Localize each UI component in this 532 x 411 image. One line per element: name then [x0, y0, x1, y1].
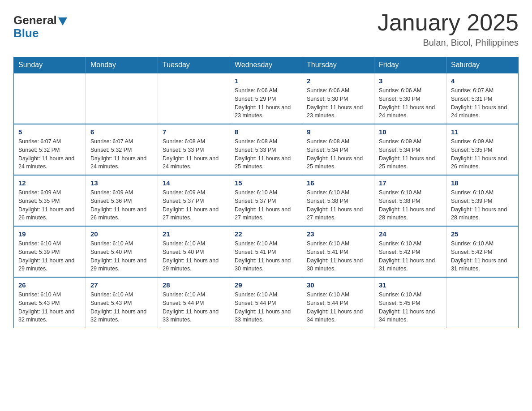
- calendar-day-cell: 7Sunrise: 6:08 AM Sunset: 5:33 PM Daylig…: [158, 124, 230, 175]
- calendar-week-row: 12Sunrise: 6:09 AM Sunset: 5:35 PM Dayli…: [14, 175, 519, 226]
- day-number: 25: [451, 230, 514, 238]
- calendar-day-cell: 21Sunrise: 6:10 AM Sunset: 5:40 PM Dayli…: [158, 226, 230, 277]
- day-number: 10: [379, 128, 442, 136]
- day-number: 1: [235, 77, 297, 85]
- day-info: Sunrise: 6:10 AM Sunset: 5:43 PM Dayligh…: [90, 291, 153, 324]
- day-number: 15: [235, 179, 297, 187]
- logo-triangle-icon: [58, 17, 67, 26]
- calendar-day-cell: 12Sunrise: 6:09 AM Sunset: 5:35 PM Dayli…: [14, 175, 86, 226]
- day-number: 3: [379, 77, 442, 85]
- calendar-day-cell: 17Sunrise: 6:10 AM Sunset: 5:38 PM Dayli…: [374, 175, 446, 226]
- day-info: Sunrise: 6:06 AM Sunset: 5:29 PM Dayligh…: [235, 86, 297, 120]
- calendar-day-cell: 14Sunrise: 6:09 AM Sunset: 5:37 PM Dayli…: [158, 175, 230, 226]
- day-number: 30: [307, 281, 369, 289]
- day-number: 7: [163, 128, 225, 136]
- day-number: 28: [163, 281, 225, 289]
- day-info: Sunrise: 6:07 AM Sunset: 5:31 PM Dayligh…: [451, 86, 514, 120]
- day-number: 27: [90, 281, 153, 289]
- day-info: Sunrise: 6:09 AM Sunset: 5:35 PM Dayligh…: [18, 188, 81, 222]
- calendar-week-row: 5Sunrise: 6:07 AM Sunset: 5:32 PM Daylig…: [14, 124, 519, 175]
- calendar-day-cell: 30Sunrise: 6:10 AM Sunset: 5:44 PM Dayli…: [302, 277, 374, 328]
- header-thursday: Thursday: [302, 57, 374, 73]
- calendar-day-cell: 3Sunrise: 6:06 AM Sunset: 5:30 PM Daylig…: [374, 73, 446, 124]
- day-info: Sunrise: 6:10 AM Sunset: 5:42 PM Dayligh…: [451, 240, 514, 273]
- title-area: January 2025 Bulan, Bicol, Philippines: [378, 9, 519, 48]
- calendar-day-cell: 16Sunrise: 6:10 AM Sunset: 5:38 PM Dayli…: [302, 175, 374, 226]
- day-info: Sunrise: 6:07 AM Sunset: 5:32 PM Dayligh…: [90, 137, 153, 171]
- calendar-day-cell: 11Sunrise: 6:09 AM Sunset: 5:35 PM Dayli…: [446, 124, 519, 175]
- day-info: Sunrise: 6:09 AM Sunset: 5:37 PM Dayligh…: [163, 188, 225, 222]
- logo: General Blue: [13, 13, 67, 40]
- calendar-day-cell: 8Sunrise: 6:08 AM Sunset: 5:33 PM Daylig…: [230, 124, 302, 175]
- calendar-day-cell: 27Sunrise: 6:10 AM Sunset: 5:43 PM Dayli…: [86, 277, 158, 328]
- calendar-day-cell: 6Sunrise: 6:07 AM Sunset: 5:32 PM Daylig…: [86, 124, 158, 175]
- header-friday: Friday: [374, 57, 446, 73]
- calendar-day-cell: 22Sunrise: 6:10 AM Sunset: 5:41 PM Dayli…: [230, 226, 302, 277]
- day-number: 24: [379, 230, 442, 238]
- calendar-day-cell: 1Sunrise: 6:06 AM Sunset: 5:29 PM Daylig…: [230, 73, 302, 124]
- day-number: 21: [163, 230, 225, 238]
- calendar-day-cell: 13Sunrise: 6:09 AM Sunset: 5:36 PM Dayli…: [86, 175, 158, 226]
- calendar-day-cell: 9Sunrise: 6:08 AM Sunset: 5:34 PM Daylig…: [302, 124, 374, 175]
- day-number: 8: [235, 128, 297, 136]
- day-number: 2: [307, 77, 369, 85]
- day-info: Sunrise: 6:07 AM Sunset: 5:32 PM Dayligh…: [18, 137, 81, 171]
- day-number: 19: [18, 230, 81, 238]
- day-info: Sunrise: 6:06 AM Sunset: 5:30 PM Dayligh…: [379, 86, 442, 120]
- calendar-day-cell: 25Sunrise: 6:10 AM Sunset: 5:42 PM Dayli…: [446, 226, 519, 277]
- calendar-day-cell: 15Sunrise: 6:10 AM Sunset: 5:37 PM Dayli…: [230, 175, 302, 226]
- day-info: Sunrise: 6:06 AM Sunset: 5:30 PM Dayligh…: [307, 86, 369, 120]
- day-info: Sunrise: 6:10 AM Sunset: 5:44 PM Dayligh…: [307, 291, 369, 324]
- calendar-day-cell: 5Sunrise: 6:07 AM Sunset: 5:32 PM Daylig…: [14, 124, 86, 175]
- day-info: Sunrise: 6:10 AM Sunset: 5:39 PM Dayligh…: [18, 240, 81, 273]
- day-number: 31: [379, 281, 442, 289]
- day-info: Sunrise: 6:10 AM Sunset: 5:37 PM Dayligh…: [235, 188, 297, 222]
- calendar-table: Sunday Monday Tuesday Wednesday Thursday…: [13, 57, 519, 328]
- day-info: Sunrise: 6:10 AM Sunset: 5:38 PM Dayligh…: [307, 188, 369, 222]
- calendar-subtitle: Bulan, Bicol, Philippines: [378, 38, 519, 48]
- logo-general-text: General: [13, 13, 67, 27]
- day-info: Sunrise: 6:10 AM Sunset: 5:44 PM Dayligh…: [235, 291, 297, 324]
- header-sunday: Sunday: [14, 57, 86, 73]
- day-number: 4: [451, 77, 514, 85]
- header-monday: Monday: [86, 57, 158, 73]
- calendar-day-cell: [86, 73, 158, 124]
- calendar-day-cell: 31Sunrise: 6:10 AM Sunset: 5:45 PM Dayli…: [374, 277, 446, 328]
- day-number: 6: [90, 128, 153, 136]
- day-info: Sunrise: 6:10 AM Sunset: 5:41 PM Dayligh…: [307, 240, 369, 273]
- calendar-week-row: 1Sunrise: 6:06 AM Sunset: 5:29 PM Daylig…: [14, 73, 519, 124]
- day-number: 5: [18, 128, 81, 136]
- day-info: Sunrise: 6:10 AM Sunset: 5:39 PM Dayligh…: [451, 188, 514, 222]
- calendar-day-cell: [158, 73, 230, 124]
- day-number: 16: [307, 179, 369, 187]
- day-info: Sunrise: 6:10 AM Sunset: 5:38 PM Dayligh…: [379, 188, 442, 222]
- calendar-week-row: 19Sunrise: 6:10 AM Sunset: 5:39 PM Dayli…: [14, 226, 519, 277]
- day-info: Sunrise: 6:10 AM Sunset: 5:42 PM Dayligh…: [379, 240, 442, 273]
- page-header: General Blue January 2025 Bulan, Bicol, …: [13, 9, 519, 48]
- logo-blue-word: Blue: [13, 26, 39, 40]
- day-info: Sunrise: 6:10 AM Sunset: 5:44 PM Dayligh…: [163, 291, 225, 324]
- calendar-day-cell: 26Sunrise: 6:10 AM Sunset: 5:43 PM Dayli…: [14, 277, 86, 328]
- day-info: Sunrise: 6:10 AM Sunset: 5:45 PM Dayligh…: [379, 291, 442, 324]
- day-number: 29: [235, 281, 297, 289]
- calendar-day-cell: 23Sunrise: 6:10 AM Sunset: 5:41 PM Dayli…: [302, 226, 374, 277]
- calendar-day-cell: 4Sunrise: 6:07 AM Sunset: 5:31 PM Daylig…: [446, 73, 519, 124]
- calendar-day-cell: 29Sunrise: 6:10 AM Sunset: 5:44 PM Dayli…: [230, 277, 302, 328]
- calendar-day-cell: 19Sunrise: 6:10 AM Sunset: 5:39 PM Dayli…: [14, 226, 86, 277]
- day-info: Sunrise: 6:09 AM Sunset: 5:35 PM Dayligh…: [451, 137, 514, 171]
- calendar-week-row: 26Sunrise: 6:10 AM Sunset: 5:43 PM Dayli…: [14, 277, 519, 328]
- day-number: 12: [18, 179, 81, 187]
- day-info: Sunrise: 6:10 AM Sunset: 5:43 PM Dayligh…: [18, 291, 81, 324]
- calendar-day-cell: 2Sunrise: 6:06 AM Sunset: 5:30 PM Daylig…: [302, 73, 374, 124]
- day-info: Sunrise: 6:09 AM Sunset: 5:34 PM Dayligh…: [379, 137, 442, 171]
- day-number: 20: [90, 230, 153, 238]
- calendar-header: Sunday Monday Tuesday Wednesday Thursday…: [14, 57, 519, 73]
- day-number: 14: [163, 179, 225, 187]
- calendar-day-cell: 24Sunrise: 6:10 AM Sunset: 5:42 PM Dayli…: [374, 226, 446, 277]
- day-number: 17: [379, 179, 442, 187]
- calendar-day-cell: 10Sunrise: 6:09 AM Sunset: 5:34 PM Dayli…: [374, 124, 446, 175]
- calendar-body: 1Sunrise: 6:06 AM Sunset: 5:29 PM Daylig…: [14, 73, 519, 328]
- calendar-title: January 2025: [378, 9, 519, 36]
- header-wednesday: Wednesday: [230, 57, 302, 73]
- logo-general-word: General: [13, 13, 57, 27]
